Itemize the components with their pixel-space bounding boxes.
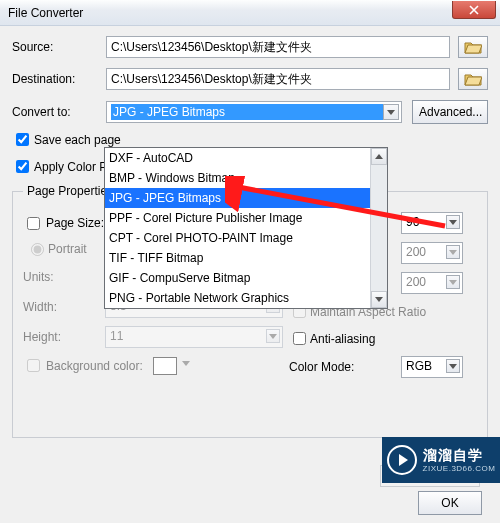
apply-color-profile-checkbox[interactable] [16,160,29,173]
background-color-checkbox [27,359,40,372]
width-label: Width: [23,300,105,314]
folder-icon [464,40,482,54]
convert-to-select[interactable]: JPG - JPEG Bitmaps [106,101,402,123]
right-height-field: 200 [401,272,463,294]
color-mode-select[interactable]: RGB [401,356,463,378]
convert-to-selected: JPG - JPEG Bitmaps [111,104,383,120]
dropdown-item[interactable]: GIF - CompuServe Bitmap [105,268,387,288]
destination-input[interactable] [106,68,450,90]
antialias-checkbox[interactable] [293,332,306,345]
browse-destination-button[interactable] [458,68,488,90]
scroll-down-icon[interactable] [371,291,387,308]
destination-label: Destination: [12,72,106,86]
dropdown-item[interactable]: BMP - Windows Bitmap [105,168,387,188]
background-color-chip [153,357,177,375]
convert-to-label: Convert to: [12,105,106,119]
dropdown-item[interactable]: PPF - Corel Picture Publisher Image [105,208,387,228]
source-label: Source: [12,40,106,54]
folder-icon [464,72,482,86]
height-label: Height: [23,330,105,344]
resolution-select[interactable]: 96 [401,212,463,234]
height-field: 11 [105,326,283,348]
window-title: File Converter [8,6,83,20]
dropdown-item[interactable]: TIF - TIFF Bitmap [105,248,387,268]
scroll-up-icon[interactable] [371,148,387,165]
right-width-field: 200 [401,242,463,264]
antialias-label: Anti-aliasing [310,332,375,346]
dropdown-item[interactable]: CPT - Corel PHOTO-PAINT Image [105,228,387,248]
color-mode-label: Color Mode: [289,360,401,374]
ok-button[interactable]: OK [418,491,482,515]
save-each-page-label: Save each page [34,133,121,147]
chevron-down-icon[interactable] [383,104,399,120]
dropdown-item-highlighted[interactable]: JPG - JPEG Bitmaps [105,188,387,208]
dropdown-item[interactable]: PNG - Portable Network Graphics [105,288,387,308]
save-each-page-checkbox[interactable] [16,133,29,146]
dropdown-item[interactable]: DXF - AutoCAD [105,148,387,168]
background-color-label: Background color: [46,359,143,373]
watermark: 溜溜自学 ZIXUE.3D66.COM [382,437,500,483]
browse-source-button[interactable] [458,36,488,58]
portrait-radio: Portrait [31,242,87,256]
source-input[interactable] [106,36,450,58]
page-size-checkbox[interactable] [27,217,40,230]
page-properties-legend: Page Properties [23,184,117,198]
units-label: Units: [23,270,105,284]
dropdown-scrollbar[interactable] [370,148,387,308]
play-icon [387,445,417,475]
close-button[interactable] [452,1,496,19]
convert-to-dropdown[interactable]: DXF - AutoCAD BMP - Windows Bitmap JPG -… [104,147,388,309]
advanced-button[interactable]: Advanced... [412,100,488,124]
